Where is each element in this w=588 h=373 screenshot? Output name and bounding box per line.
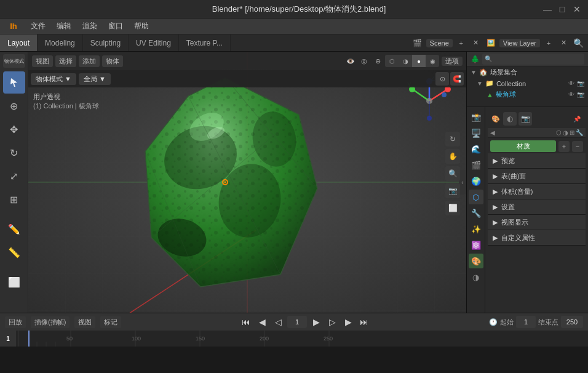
shading-rendered[interactable]: ◉ — [426, 55, 439, 67]
section-volume-header[interactable]: ▶ 体积(音量) — [488, 184, 586, 199]
tool-select[interactable] — [3, 71, 25, 94]
tab-modeling[interactable]: Modeling — [38, 34, 83, 51]
mat-icon1[interactable]: ⬡ — [556, 129, 562, 136]
render-region-tool[interactable]: ⬜ — [445, 201, 460, 215]
prop-icon-view-layer[interactable]: 🌊 — [469, 142, 483, 156]
menu-help[interactable]: 帮助 — [129, 20, 154, 33]
menu-edit[interactable]: 编辑 — [52, 20, 76, 33]
next-keyframe-btn[interactable]: ▶ — [341, 315, 355, 329]
tl-playback-btn[interactable]: 回放 — [5, 316, 26, 328]
close-button[interactable]: ✕ — [572, 4, 582, 14]
orbit-tool[interactable]: ↻ — [445, 132, 460, 146]
material-prop-icon1[interactable]: ◐ — [503, 112, 517, 126]
viewport-camera-icon[interactable]: 👁️ — [344, 55, 357, 67]
minimize-button[interactable]: — — [542, 4, 552, 14]
zoom-tool[interactable]: 🔍 — [445, 166, 460, 181]
section-surface-header[interactable]: ▶ 表(曲)面 — [488, 169, 586, 183]
prop-icon-particles[interactable]: ✨ — [469, 222, 483, 236]
camera-tool[interactable]: 📷 — [445, 183, 460, 198]
viewport-object-menu[interactable]: 物体 — [102, 55, 123, 67]
next-frame-btn[interactable]: ▷ — [325, 315, 339, 329]
prop-icon-object[interactable]: ⬡ — [469, 190, 483, 204]
search-icon[interactable]: 🔍 — [572, 37, 584, 49]
viewport[interactable]: 视图 选择 添加 物体 👁️ ◎ ⊕ ⬡ ◑ ● ◉ 选项 — [28, 52, 466, 313]
end-frame-input[interactable]: 250 — [561, 316, 583, 328]
prop-pin-icon[interactable]: 📌 — [572, 114, 582, 124]
section-preview-header[interactable]: ▶ 预览 — [488, 153, 586, 168]
material-add-icon[interactable]: + — [558, 141, 570, 152]
tab-layout[interactable]: Layout — [0, 34, 38, 51]
pan-tool[interactable]: ✋ — [445, 149, 460, 164]
start-frame-input[interactable]: 1 — [516, 316, 536, 328]
material-badge[interactable]: 材质 — [490, 140, 556, 152]
menu-file[interactable]: 文件 — [26, 20, 50, 33]
go-end-btn[interactable]: ⏭ — [357, 315, 371, 329]
prop-icon-material[interactable]: 🎨 — [469, 254, 483, 268]
maximize-button[interactable]: □ — [557, 4, 567, 14]
tool-scale[interactable]: ⤢ — [3, 165, 25, 187]
prop-icon-scene[interactable]: 🎬 — [469, 158, 483, 172]
viewport-overlay-icon[interactable]: ◎ — [358, 55, 370, 67]
snap-icon[interactable]: 🧲 — [450, 72, 464, 86]
prev-frame-btn[interactable]: ◁ — [271, 315, 285, 329]
viewport-select-menu[interactable]: 选择 — [55, 55, 76, 67]
tool-move[interactable]: ✥ — [3, 118, 25, 140]
mat-icon2[interactable]: ◑ — [563, 129, 568, 136]
object-mode-selector[interactable]: 物体模式▼ — [31, 73, 76, 85]
section-viewport-header[interactable]: ▶ 视图显示 — [488, 215, 586, 230]
scene-add-icon[interactable]: + — [455, 37, 467, 49]
tl-view-btn[interactable]: 视图 — [74, 316, 95, 328]
mat-icon3[interactable]: ⊞ — [570, 129, 574, 136]
shading-material[interactable]: ● — [412, 55, 426, 67]
outliner-object[interactable]: ▲ 棱角球 👁 📷 — [467, 89, 588, 100]
object-eye-icon[interactable]: 👁 — [568, 91, 574, 98]
proportional-edit-icon[interactable]: ⊙ — [435, 72, 449, 86]
prop-icon-render[interactable]: 📸 — [469, 110, 483, 124]
prop-icon-output[interactable]: 🖥️ — [469, 126, 483, 140]
viewport-add-menu[interactable]: 添加 — [79, 55, 100, 67]
tab-texture-paint[interactable]: Texture P... — [179, 34, 231, 51]
section-custom-header[interactable]: ▶ 自定义属性 — [488, 230, 586, 245]
transform-global-selector[interactable]: 全局▼ — [79, 73, 111, 85]
material-prop-icon2[interactable]: 📷 — [518, 112, 532, 126]
mat-icon4[interactable]: 🔧 — [576, 129, 583, 136]
scene-selector[interactable]: Scene — [426, 39, 453, 47]
shading-wire[interactable]: ⬡ — [385, 55, 399, 67]
section-settings-header[interactable]: ▶ 设置 — [488, 199, 586, 214]
outliner-collection[interactable]: ▼ 📁 Collection 👁 📷 — [467, 78, 588, 89]
viewport-options[interactable]: 选项 — [442, 57, 463, 66]
prop-icon-physics[interactable]: ⚛️ — [469, 238, 483, 252]
camera-visibility-icon[interactable]: 📷 — [577, 80, 584, 87]
current-frame-input[interactable]: 1 — [287, 316, 307, 328]
tab-sculpting[interactable]: Sculpting — [83, 34, 129, 51]
go-start-btn[interactable]: ⏮ — [239, 315, 253, 329]
menu-render[interactable]: 渲染 — [77, 20, 102, 33]
outliner-search[interactable]: 🔍 — [482, 54, 584, 65]
view-layer-selector[interactable]: View Layer — [499, 39, 540, 47]
prop-icon-world[interactable]: 🌍 — [469, 174, 483, 188]
timeline-ruler[interactable]: 0 50 100 150 200 250 1 — [0, 331, 588, 347]
tool-measure[interactable]: 📏 — [3, 241, 25, 263]
mat-back-icon[interactable]: ◀ — [490, 129, 495, 136]
tool-cursor[interactable]: ⊕ — [3, 95, 25, 117]
prev-keyframe-btn[interactable]: ◀ — [255, 315, 269, 329]
tool-rotate[interactable]: ↻ — [3, 142, 25, 164]
outliner-scene-collection[interactable]: ▼ 🏠 场景集合 — [467, 66, 588, 78]
mode-selector[interactable]: 物体模式 — [3, 54, 25, 68]
prop-icon-modifier[interactable]: 🔧 — [469, 206, 483, 220]
shading-solid[interactable]: ◑ — [399, 55, 412, 67]
material-remove-icon[interactable]: − — [572, 141, 583, 152]
viewport-view-menu[interactable]: 视图 — [32, 55, 53, 67]
menu-window[interactable]: 窗口 — [103, 20, 128, 33]
tl-keying-btn[interactable]: 插像(插帧) — [31, 316, 70, 328]
tool-annotate[interactable]: ✏️ — [3, 218, 25, 240]
object-camera-icon[interactable]: 📷 — [577, 91, 584, 98]
scene-remove-icon[interactable]: ✕ — [470, 37, 482, 49]
tl-markers-btn[interactable]: 标记 — [100, 316, 121, 328]
play-btn[interactable]: ▶ — [309, 315, 323, 329]
view-layer-add-icon[interactable]: + — [542, 37, 555, 49]
tool-transform[interactable]: ⊞ — [3, 188, 25, 211]
tool-add-cube[interactable]: ⬜ — [3, 271, 25, 293]
view-layer-remove-icon[interactable]: ✕ — [557, 37, 570, 49]
viewport-gizmo-icon[interactable]: ⊕ — [371, 55, 384, 67]
